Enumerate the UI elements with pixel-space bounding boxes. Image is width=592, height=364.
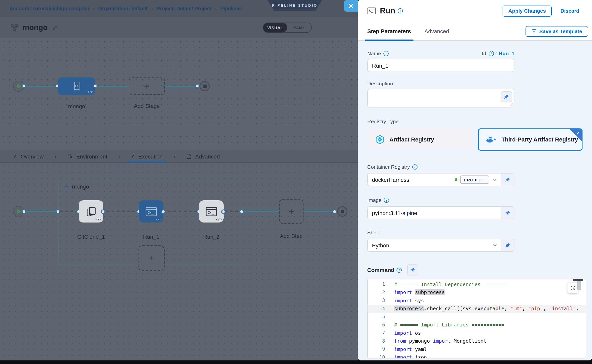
code-line[interactable]: 2import subprocess xyxy=(368,288,586,296)
toggle-yaml[interactable]: YAML xyxy=(287,23,311,32)
id-value[interactable]: Run_1 xyxy=(499,51,514,57)
tab-advanced-panel[interactable]: Advanced xyxy=(424,22,449,40)
discard-button[interactable]: Discard xyxy=(560,8,579,14)
chevron-right-icon: › xyxy=(54,153,57,160)
expand-editor-button[interactable] xyxy=(567,283,578,293)
container-registry-field[interactable]: dockerHarness PROJECT xyxy=(367,173,514,186)
code-line[interactable]: 7import os xyxy=(368,329,586,337)
step-label-run1[interactable]: Run_1 xyxy=(131,234,171,240)
bottom-window-edge xyxy=(0,360,592,364)
pin-runtime-input-icon[interactable] xyxy=(501,91,512,102)
check-icon: ✓ xyxy=(576,130,580,136)
step-node-run1-selected[interactable]: </> xyxy=(139,200,163,222)
info-icon[interactable]: i xyxy=(383,51,388,56)
code-line[interactable]: 8from pymongo import MongoClient xyxy=(368,337,586,345)
pin-runtime-input-icon[interactable] xyxy=(501,174,514,186)
breadcrumb-separator: › xyxy=(151,5,153,12)
chevron-down-icon[interactable] xyxy=(493,244,497,247)
line-content: subprocess.check_call([sys.executable, "… xyxy=(385,306,579,312)
tab-execution[interactable]: ✓ Execution xyxy=(131,150,163,162)
pipeline-end-node xyxy=(199,81,210,91)
pipeline-graph-icon xyxy=(10,24,19,32)
breadcrumb-item[interactable]: Project: Default Project xyxy=(157,6,211,11)
breadcrumb-item[interactable]: Organization: default xyxy=(98,6,148,11)
edit-pencil-icon[interactable] xyxy=(52,25,58,31)
registry-option-label: Third-Party Artifact Registry xyxy=(501,136,578,143)
editor-scroll-marker[interactable] xyxy=(573,279,583,281)
breadcrumb-item[interactable]: Account: kurosakiichigo.songoku xyxy=(9,6,89,11)
pin-runtime-input-icon[interactable] xyxy=(501,207,514,219)
step-label-run2[interactable]: Run_2 xyxy=(192,234,231,240)
shell-select[interactable]: Python xyxy=(367,239,514,252)
environment-icon xyxy=(67,153,73,159)
toggle-visual[interactable]: VISUAL xyxy=(263,23,287,32)
save-as-template-button[interactable]: Save as Template xyxy=(525,26,588,37)
tab-environment[interactable]: Environment xyxy=(67,150,107,162)
step-node-run2[interactable]: </> xyxy=(199,200,224,222)
editor-scrollbar-track[interactable] xyxy=(579,280,579,358)
add-parallel-step-node[interactable]: + xyxy=(138,245,165,271)
line-content: import os xyxy=(385,330,421,336)
stop-icon xyxy=(341,210,344,213)
code-line[interactable]: 10import json xyxy=(368,353,586,358)
info-icon[interactable]: i xyxy=(398,8,403,13)
editor-scrollbar-thumb[interactable] xyxy=(577,280,581,290)
description-textarea[interactable] xyxy=(367,89,514,108)
registry-option-artifact[interactable]: Artifact Registry xyxy=(367,129,472,150)
line-number: 7 xyxy=(368,330,385,336)
add-stage-node[interactable]: + xyxy=(129,78,165,95)
stage-group-label[interactable]: mongo xyxy=(64,183,89,190)
tab-step-parameters[interactable]: Step Parameters xyxy=(367,22,411,40)
pin-runtime-input-icon[interactable] xyxy=(407,264,418,275)
command-code-editor[interactable]: 1# ====== Install Dependencies ========2… xyxy=(367,279,586,358)
info-icon[interactable]: i xyxy=(397,267,402,273)
shell-label: Shell xyxy=(367,230,583,235)
add-stage-label[interactable]: Add Stage xyxy=(129,103,165,109)
code-badge: </> xyxy=(216,218,222,221)
code-badge: </> xyxy=(156,218,161,221)
code-lines: 1# ====== Install Dependencies ========2… xyxy=(368,279,586,358)
code-line[interactable]: 9import yaml xyxy=(368,345,586,353)
image-field[interactable]: python:3.11-alpine xyxy=(367,206,514,219)
info-icon[interactable]: i xyxy=(489,51,494,56)
pin-runtime-input-icon[interactable] xyxy=(501,239,514,251)
panel-title: Run xyxy=(380,6,395,15)
scope-badge: PROJECT xyxy=(460,176,489,184)
info-icon[interactable]: i xyxy=(412,164,417,169)
tab-advanced[interactable]: Advanced xyxy=(186,150,220,162)
line-number: 6 xyxy=(368,322,385,328)
execution-end-node xyxy=(337,206,347,217)
group-label-text: mongo xyxy=(72,183,89,190)
step-label-gitclone[interactable]: GitClone_1 xyxy=(71,234,111,240)
container-registry-value: dockerHarness xyxy=(372,176,455,183)
visual-yaml-toggle[interactable]: VISUAL YAML xyxy=(263,23,312,33)
tab-overview[interactable]: ✓ Overview xyxy=(13,150,44,162)
breadcrumb-separator: › xyxy=(215,5,217,12)
info-icon[interactable]: i xyxy=(384,198,389,203)
artifact-registry-icon xyxy=(375,135,385,144)
line-number: 10 xyxy=(368,355,385,359)
breadcrumb-item[interactable]: Pipelines xyxy=(220,6,242,11)
stage-label[interactable]: mongo xyxy=(58,103,95,110)
apply-changes-button[interactable]: Apply Changes xyxy=(502,5,552,16)
collapse-icon[interactable] xyxy=(64,186,68,187)
resize-handle[interactable] xyxy=(510,103,513,106)
line-content: import yaml xyxy=(385,346,427,352)
name-input[interactable] xyxy=(367,59,514,72)
add-step-node[interactable]: + xyxy=(279,199,303,224)
code-line[interactable]: 6# ====== Import Libraries =========== xyxy=(368,321,586,329)
chevron-down-icon[interactable] xyxy=(493,178,497,181)
close-panel-button[interactable] xyxy=(344,0,358,12)
step-node-gitclone[interactable]: </> xyxy=(79,200,103,222)
add-step-label[interactable]: Add Step xyxy=(271,233,311,239)
code-line[interactable]: 3import sys xyxy=(368,296,586,305)
line-number: 2 xyxy=(368,290,385,295)
code-line[interactable]: 4subprocess.check_call([sys.executable, … xyxy=(368,305,586,313)
panel-header: Run i Apply Changes Discard xyxy=(358,0,592,22)
line-content: # ====== Import Libraries =========== xyxy=(385,322,504,328)
code-line[interactable]: 5 xyxy=(368,313,586,321)
stage-node-mongo[interactable]: </> xyxy=(58,78,95,95)
registry-option-third-party[interactable]: Third-Party Artifact Registry ✓ xyxy=(478,129,583,150)
code-line[interactable]: 1# ====== Install Dependencies ======== xyxy=(368,280,586,288)
image-value: python:3.11-alpine xyxy=(372,210,417,216)
